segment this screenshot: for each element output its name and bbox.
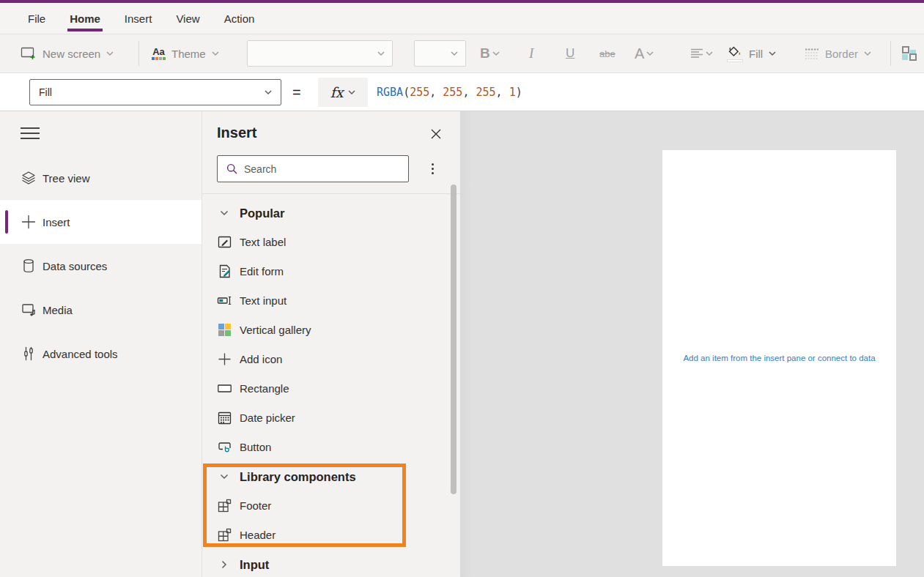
section-header-library-components[interactable]: Library components: [202, 462, 451, 491]
insert-item-date-picker[interactable]: Date picker: [202, 403, 451, 432]
property-selector[interactable]: Fill: [29, 79, 281, 105]
sidebar-item-label: Insert: [42, 216, 70, 228]
align-left-icon: [690, 48, 703, 59]
section-header-input[interactable]: Input: [202, 550, 451, 577]
edit-form-icon: [217, 264, 232, 279]
insert-item-button[interactable]: Button: [202, 432, 451, 461]
button-icon: [217, 439, 232, 455]
date-picker-icon: [217, 410, 232, 425]
toolbar-divider: [138, 41, 139, 66]
sidebar-item-label: Data sources: [42, 260, 107, 272]
insert-item-header[interactable]: Header: [202, 520, 451, 549]
text-align-button[interactable]: [690, 34, 713, 72]
search-input[interactable]: [244, 163, 402, 175]
insert-panel: Insert Popular: [202, 111, 460, 577]
menu-action[interactable]: Action: [224, 3, 255, 34]
sidebar-item-label: Tree view: [42, 172, 89, 185]
chevron-down-icon: [492, 50, 500, 57]
fill-bucket-icon: [727, 45, 743, 62]
chevron-down-icon: [265, 89, 272, 96]
chevron-down-icon: [348, 89, 355, 96]
search-box: [217, 155, 409, 182]
menu-insert[interactable]: Insert: [125, 3, 152, 34]
hamburger-menu-icon[interactable]: [21, 126, 40, 141]
menu-file[interactable]: File: [28, 3, 45, 34]
border-icon: [805, 48, 819, 59]
app-screen-canvas[interactable]: Add an item from the insert pane or conn…: [662, 150, 896, 566]
chevron-down-icon: [220, 472, 229, 481]
connect-to-data-link[interactable]: connect to data: [818, 354, 876, 362]
insert-item-vertical-gallery[interactable]: Vertical gallery: [202, 315, 451, 344]
left-navigation: Tree view Insert Data sources: [0, 111, 202, 577]
chevron-down-icon: [451, 50, 458, 57]
menu-view[interactable]: View: [176, 3, 199, 34]
theme-button[interactable]: Aa Theme: [152, 34, 219, 72]
chevron-down-icon: [106, 50, 114, 57]
fill-label: Fill: [749, 48, 763, 60]
search-icon: [226, 163, 237, 174]
border-button[interactable]: Border: [805, 34, 871, 72]
chevron-down-icon: [212, 50, 219, 57]
more-options-icon[interactable]: [425, 160, 440, 177]
sidebar-item-label: Media: [42, 304, 73, 316]
menu-home[interactable]: Home: [70, 3, 100, 34]
font-family-dropdown[interactable]: [247, 40, 393, 67]
sidebar-item-label: Advanced tools: [42, 348, 118, 360]
panel-scrollbar-thumb[interactable]: [451, 185, 457, 494]
bold-button[interactable]: B: [480, 34, 500, 72]
main-area: Tree view Insert Data sources: [0, 111, 924, 577]
sidebar-item-media[interactable]: Media: [0, 288, 202, 332]
add-icon: [217, 351, 232, 367]
new-screen-label: New screen: [42, 48, 100, 60]
insert-item-add-icon[interactable]: Add icon: [202, 344, 451, 373]
canvas-placeholder-text: Add an item from the insert pane or conn…: [683, 354, 875, 362]
chevron-down-icon: [769, 50, 776, 57]
fill-button[interactable]: Fill: [727, 34, 776, 72]
chevron-down-icon: [220, 209, 229, 217]
reorder-icon: [900, 44, 919, 63]
media-icon: [21, 302, 37, 318]
font-size-dropdown[interactable]: [414, 40, 466, 67]
rectangle-icon: [217, 381, 232, 396]
insert-pane-link[interactable]: Add an item from the insert pane: [683, 354, 805, 362]
font-color-button[interactable]: A: [635, 34, 654, 72]
chevron-down-icon: [706, 50, 713, 57]
underline-button[interactable]: U: [566, 34, 574, 72]
fx-label: fx: [330, 84, 344, 100]
database-icon: [21, 258, 37, 274]
menu-bar: File Home Insert View Action: [0, 3, 924, 34]
chevron-right-icon: [220, 560, 229, 569]
placeholder-or-text: or: [805, 354, 818, 362]
sidebar-item-tree-view[interactable]: Tree view: [0, 156, 202, 200]
chevron-down-icon: [646, 50, 654, 57]
tools-icon: [21, 346, 37, 362]
strikethrough-button[interactable]: abe: [599, 34, 616, 72]
vertical-gallery-icon: [217, 322, 232, 338]
section-header-popular[interactable]: Popular: [202, 198, 451, 228]
formula-bar: Fill = fx RGBA(255, 255, 255, 1): [0, 73, 924, 111]
component-icon: [217, 527, 232, 543]
insert-item-text-label[interactable]: Text label: [202, 227, 451, 256]
italic-button[interactable]: I: [529, 34, 533, 72]
insert-item-footer[interactable]: Footer: [202, 491, 451, 520]
plus-icon: [21, 214, 37, 230]
fx-dropdown[interactable]: fx: [318, 78, 368, 107]
sidebar-item-advanced-tools[interactable]: Advanced tools: [0, 332, 202, 376]
toolbar-divider: [890, 41, 891, 66]
sidebar-item-insert[interactable]: Insert: [0, 200, 202, 244]
formula-input[interactable]: RGBA(255, 255, 255, 1): [377, 73, 522, 111]
selected-indicator: [5, 210, 8, 234]
insert-item-rectangle[interactable]: Rectangle: [202, 373, 451, 403]
layers-icon: [21, 170, 37, 186]
new-screen-button[interactable]: New screen: [21, 34, 114, 72]
text-input-icon: [217, 293, 232, 308]
insert-item-text-input[interactable]: Text input: [202, 286, 451, 315]
close-icon[interactable]: [429, 127, 443, 141]
sidebar-item-data-sources[interactable]: Data sources: [0, 244, 202, 288]
insert-item-edit-form[interactable]: Edit form: [202, 256, 451, 286]
chevron-down-icon: [377, 50, 385, 57]
reorder-button[interactable]: [900, 34, 919, 72]
component-icon: [217, 498, 232, 513]
ribbon-toolbar: New screen Aa Theme B I: [0, 34, 924, 73]
panel-title: Insert: [217, 124, 256, 141]
